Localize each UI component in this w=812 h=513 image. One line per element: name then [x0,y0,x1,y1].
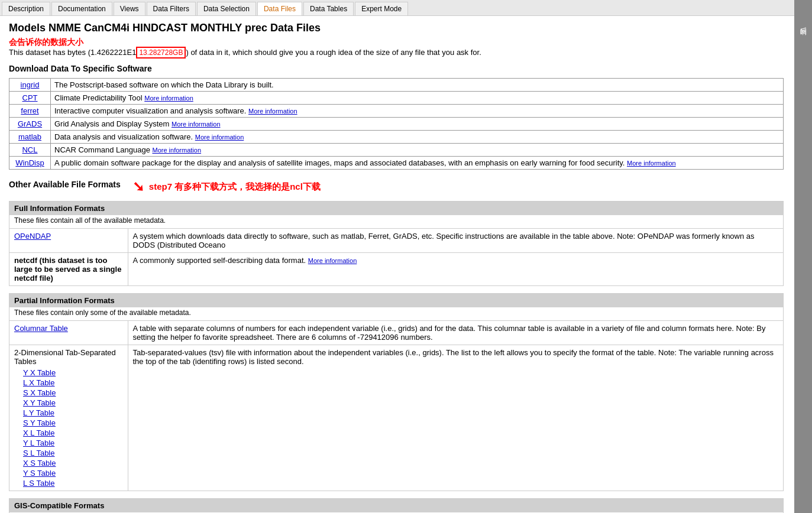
other-formats-title: Other Available File Formats [9,180,121,189]
right-sidebar: 回响 ◁ [794,0,812,513]
table-row: CPT Climate Predictability Tool More inf… [9,92,784,105]
tab-data-files[interactable]: Data Files [257,2,302,16]
tab-views[interactable]: Views [114,2,145,15]
format-desc: A commonly supported self-describing dat… [128,253,783,286]
tab-data-selection[interactable]: Data Selection [197,2,256,15]
twod-table-link[interactable]: S L Table [23,449,123,457]
table-row: matlab Data analysis and visualization s… [9,131,784,144]
tab-expert-mode[interactable]: Expert Mode [355,2,408,15]
software-desc: Data analysis and visualization software… [51,131,784,144]
software-table: ingrid The Postscript-based software on … [9,78,784,170]
partial-info-table: Columnar Table A table with separate col… [9,320,783,491]
sidebar-text[interactable]: 回响 ◁ [799,24,808,33]
software-desc: The Postscript-based software on which t… [51,79,784,92]
table-row: GrADS Grid Analysis and Display System M… [9,118,784,131]
full-info-sub: These files contain all of the available… [9,215,783,228]
more-info-link[interactable]: More information [172,121,221,128]
twod-table-link[interactable]: X S Table [23,459,123,467]
software-link[interactable]: ingrid [21,80,40,89]
twod-table-link[interactable]: X Y Table [23,398,123,407]
twod-table-link[interactable]: Y X Table [23,368,123,377]
columnar-table-link[interactable]: Columnar Table [14,324,68,333]
page-title: Models NMME CanCM4i HINDCAST MONTHLY pre… [9,22,784,34]
twod-table-link[interactable]: L X Table [23,378,123,387]
twod-table-link[interactable]: X L Table [23,428,123,437]
tab-bar: Description Documentation Views Data Fil… [0,0,812,16]
software-link[interactable]: matlab [18,132,41,141]
full-info-header: Full Information Formats [9,202,783,215]
twod-table-link[interactable]: L Y Table [23,408,123,417]
partial-info-header: Partial Information Formats [9,294,783,307]
dataset-info: This dataset has bytes (1.4262221E113.28… [9,48,784,57]
twod-section-label: 2-Dimensional Tab-Separated Tables [14,348,123,366]
table-row: OPeNDAP A system which downloads data di… [9,229,783,253]
table-row: Columnar Table A table with separate col… [9,321,783,345]
more-info-link[interactable]: More information [248,108,297,115]
netcdf-label: netcdf (this dataset is too large to be … [14,256,121,283]
annotation-step7: step7 有多种下载方式，我选择的是ncl下载 [149,181,321,193]
twod-table-link[interactable]: L S Table [23,479,123,488]
table-row: netcdf (this dataset is too large to be … [9,253,783,286]
format-desc: A system which downloads data directly t… [128,229,783,253]
more-info-link[interactable]: More information [627,160,676,167]
more-info-link[interactable]: More information [144,95,193,102]
more-info-link[interactable]: More information [195,134,244,141]
full-info-section: Full Information Formats These files con… [9,201,784,286]
opendap-link[interactable]: OPeNDAP [14,232,51,241]
gis-section: GIS-Compatible Formats There are three G… [9,498,784,513]
tab-description[interactable]: Description [2,2,50,15]
partial-info-sub: These files contain only some of the ava… [9,307,783,320]
more-info-link[interactable]: More information [152,147,201,154]
tab-data-filters[interactable]: Data Filters [147,2,196,15]
size-highlight: 13.282728GB [136,47,186,59]
software-link[interactable]: GrADS [18,119,42,128]
software-desc: Grid Analysis and Display System More in… [51,118,784,131]
columnar-table-desc: A table with separate columns of numbers… [128,321,783,345]
table-row-2d: 2-Dimensional Tab-Separated Tables Y X T… [9,345,783,491]
software-desc: NCAR Command Language More information [51,144,784,157]
table-row: ingrid The Postscript-based software on … [9,79,784,92]
tab-data-tables[interactable]: Data Tables [303,2,354,15]
software-desc: Interactive computer visualization and a… [51,105,784,118]
twod-table-link[interactable]: Y S Table [23,469,123,478]
twod-table-link[interactable]: Y L Table [23,439,123,447]
tab-documentation[interactable]: Documentation [51,2,112,15]
software-link[interactable]: CPT [22,93,38,102]
twod-desc: Tab-separated-values (tsv) file with inf… [128,345,783,491]
download-section-title: Download Data To Specific Software [9,64,784,73]
table-row: NCL NCAR Command Language More informati… [9,144,784,157]
partial-info-section: Partial Information Formats These files … [9,293,784,491]
more-info-link[interactable]: More information [308,257,357,264]
annotation-size: 会告诉你的数据大小 [9,37,784,48]
software-desc: A public domain software package for the… [51,157,784,170]
software-link[interactable]: WinDisp [15,158,44,167]
twod-table-link[interactable]: S Y Table [23,418,123,427]
twod-table-link[interactable]: S X Table [23,388,123,397]
full-info-table: OPeNDAP A system which downloads data di… [9,228,783,285]
software-link[interactable]: NCL [22,145,37,154]
table-row: ferret Interactive computer visualizatio… [9,105,784,118]
software-desc: Climate Predictability Tool More informa… [51,92,784,105]
software-link[interactable]: ferret [21,106,38,115]
gis-header: GIS-Compatible Formats [9,499,783,512]
table-row: WinDisp A public domain software package… [9,157,784,170]
